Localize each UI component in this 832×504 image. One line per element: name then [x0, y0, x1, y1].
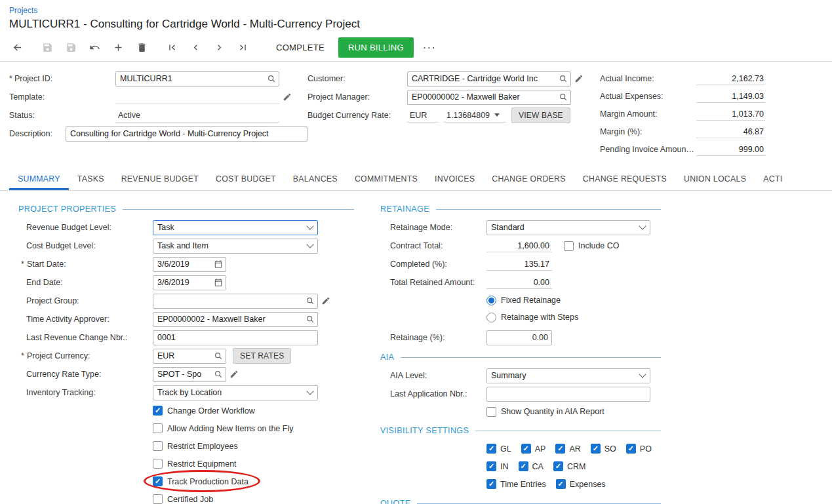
pencil-icon[interactable] — [279, 92, 295, 102]
project-id-input[interactable] — [116, 74, 264, 83]
ca-checkbox[interactable] — [519, 461, 528, 471]
retainage-pct-field[interactable]: 0.00 — [486, 330, 552, 345]
track-production-data-checkbox[interactable] — [153, 476, 163, 486]
total-row: Margin (%): 46.87 — [600, 123, 765, 140]
ap-checkbox[interactable] — [521, 444, 531, 454]
section-rule — [401, 357, 661, 358]
revenue-budget-level-select[interactable] — [153, 220, 318, 235]
fixed-retainage-radio[interactable] — [486, 296, 496, 305]
save-close-button[interactable] — [35, 37, 59, 58]
expenses-checkbox[interactable] — [556, 479, 566, 489]
search-icon[interactable] — [303, 296, 317, 305]
chevron-down-icon[interactable] — [303, 221, 317, 235]
undo-button[interactable] — [83, 37, 106, 58]
certified-job-checkbox[interactable] — [153, 494, 163, 504]
cost-budget-level-input[interactable] — [153, 241, 303, 250]
time-activity-approver-input[interactable] — [153, 315, 303, 324]
last-revenue-change-nbr-input[interactable] — [153, 333, 317, 342]
field-row-customer: Customer: — [307, 69, 600, 88]
project-manager-input[interactable] — [408, 92, 556, 102]
save-button[interactable] — [59, 37, 83, 58]
end-date-input[interactable] — [153, 278, 211, 287]
retainage-mode-input[interactable] — [487, 223, 635, 232]
search-icon[interactable] — [211, 351, 226, 360]
tab-tasks[interactable]: TASKS — [69, 168, 113, 190]
tab-balances[interactable]: BALANCES — [285, 168, 346, 190]
retainage-mode-select[interactable] — [486, 220, 650, 235]
breadcrumb[interactable]: Projects — [9, 6, 37, 15]
aia-level-select[interactable] — [486, 368, 650, 383]
contract-total-value: 1,600.00 — [486, 239, 552, 252]
search-icon[interactable] — [264, 74, 279, 83]
tab-change-requests[interactable]: CHANGE REQUESTS — [574, 168, 675, 190]
search-icon[interactable] — [556, 74, 570, 83]
chevron-down-icon[interactable] — [635, 221, 650, 235]
crm-checkbox[interactable] — [553, 461, 563, 471]
tab-invoices[interactable]: INVOICES — [426, 168, 483, 190]
add-button[interactable] — [106, 37, 130, 58]
tab-change-orders[interactable]: CHANGE ORDERS — [483, 168, 574, 190]
chevron-down-icon[interactable] — [303, 239, 317, 253]
search-icon[interactable] — [211, 370, 226, 379]
currency-rate-type-input[interactable] — [153, 370, 211, 379]
inventory-tracking-select[interactable] — [153, 385, 318, 400]
last-revenue-change-nbr-label: Last Revenue Change Nbr.: — [18, 333, 153, 342]
currency-rate-combo[interactable]: 1.13684809 — [444, 108, 506, 123]
retainage-with-steps-radio[interactable] — [486, 313, 496, 322]
set-rates-button[interactable]: SET RATES — [233, 348, 291, 364]
calendar-icon[interactable] — [211, 278, 226, 287]
tab-commitments[interactable]: COMMITMENTS — [346, 168, 426, 190]
pencil-icon[interactable] — [226, 370, 242, 379]
inventory-tracking-input[interactable] — [153, 388, 303, 397]
customer-input[interactable] — [408, 74, 556, 83]
tab-cost-budget[interactable]: COST BUDGET — [207, 168, 285, 190]
chevron-down-icon[interactable] — [635, 369, 650, 383]
include-co-checkbox[interactable] — [564, 241, 574, 251]
pencil-icon[interactable] — [318, 296, 334, 305]
project-group-input[interactable] — [153, 296, 303, 305]
time-entries-checkbox[interactable] — [486, 479, 496, 489]
allow-adding-new-items-checkbox[interactable] — [153, 423, 163, 433]
show-quantity-checkbox[interactable] — [486, 407, 496, 417]
tab-union-locals[interactable]: UNION LOCALS — [675, 168, 755, 190]
last-record-button[interactable] — [231, 37, 254, 58]
template-field[interactable] — [115, 90, 279, 104]
search-icon[interactable] — [303, 315, 317, 324]
complete-button[interactable]: COMPLETE — [266, 38, 334, 57]
last-application-nbr-input[interactable] — [487, 389, 650, 398]
project-currency-input[interactable] — [153, 351, 211, 360]
revenue-budget-level-input[interactable] — [153, 223, 303, 232]
aia-level-input[interactable] — [487, 371, 635, 380]
so-checkbox[interactable] — [591, 444, 601, 454]
delete-button[interactable] — [130, 37, 153, 58]
cost-budget-level-select[interactable] — [153, 239, 318, 254]
calendar-icon[interactable] — [211, 260, 226, 269]
search-icon[interactable] — [556, 92, 570, 102]
restrict-equipment-checkbox[interactable] — [153, 459, 163, 469]
ar-checkbox[interactable] — [555, 444, 565, 454]
field-row-project-currency: *Project Currency: SET RATES — [18, 347, 354, 365]
in-checkbox[interactable] — [486, 461, 496, 471]
po-checkbox[interactable] — [626, 444, 636, 454]
back-button[interactable] — [5, 37, 29, 58]
last-application-nbr-field — [486, 387, 650, 402]
tab-revenue-budget[interactable]: REVENUE BUDGET — [113, 168, 207, 190]
view-base-button[interactable]: VIEW BASE — [511, 107, 570, 123]
dropdown-arrow-icon[interactable] — [494, 113, 500, 117]
change-order-workflow-checkbox[interactable] — [153, 406, 163, 416]
first-record-button[interactable] — [160, 37, 184, 58]
field-row-aia-level: AIA Level: — [380, 366, 661, 385]
more-button[interactable]: ··· — [414, 41, 445, 54]
start-date-input[interactable] — [153, 260, 211, 269]
completed-pct-value: 135.17 — [486, 258, 552, 271]
prev-record-button[interactable] — [184, 37, 207, 58]
pencil-icon[interactable] — [571, 74, 587, 83]
gl-checkbox[interactable] — [486, 444, 496, 454]
description-input[interactable] — [66, 129, 307, 138]
tab-summary[interactable]: SUMMARY — [9, 168, 69, 190]
run-billing-button[interactable]: RUN BILLING — [338, 37, 414, 58]
restrict-employees-checkbox[interactable] — [153, 441, 163, 451]
tab-activities[interactable]: ACTI — [755, 168, 791, 190]
chevron-down-icon[interactable] — [303, 386, 317, 400]
next-record-button[interactable] — [207, 37, 231, 58]
